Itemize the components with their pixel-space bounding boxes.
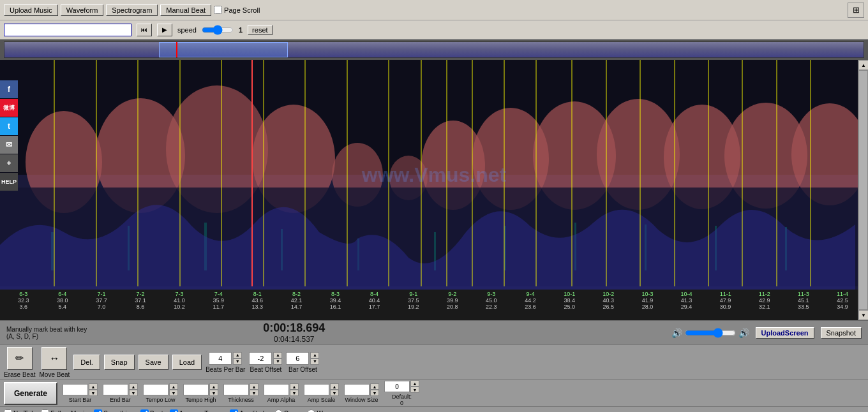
- speed-slider[interactable]: [202, 25, 234, 35]
- amp-scale-up[interactable]: ▲: [330, 383, 339, 390]
- scroll-down-button[interactable]: ▼: [858, 310, 868, 320]
- window-size-down[interactable]: ▼: [370, 390, 379, 396]
- tempo-low-down[interactable]: ▼: [169, 390, 178, 396]
- amp-scale-input[interactable]: [304, 384, 329, 395]
- tempo-high-up[interactable]: ▲: [209, 383, 218, 390]
- overview-viewport[interactable]: [159, 42, 288, 57]
- time-display: 0:00:18.694 0:04:14.537: [263, 321, 325, 344]
- beat-checkbox[interactable]: [140, 409, 149, 412]
- bar-offset-up[interactable]: ▲: [310, 352, 319, 358]
- erase-beat-button[interactable]: ✏: [7, 347, 33, 370]
- average-tempo-checkbox[interactable]: [170, 409, 178, 412]
- page-scroll-checkbox[interactable]: [214, 6, 222, 14]
- move-beat-button[interactable]: ↔: [41, 347, 67, 370]
- beat-offset-spinner: ▲ ▼: [249, 352, 282, 365]
- speed-value: 1: [239, 26, 243, 34]
- tempo-low-label: Tempo Low: [146, 397, 176, 403]
- twitter-button[interactable]: t: [0, 117, 18, 135]
- follow-music-checkbox[interactable]: [41, 409, 49, 412]
- waveform-button[interactable]: Waveform: [61, 4, 104, 16]
- start-bar-up[interactable]: ▲: [89, 383, 98, 390]
- filename-input[interactable]: erquan-yang-20140319: [4, 24, 131, 36]
- beats-per-bar-down[interactable]: ▼: [233, 358, 242, 365]
- no-tick-group: No Tick: [4, 409, 34, 412]
- amp-scale-spinner: ▲ ▼: [304, 383, 339, 396]
- facebook-button[interactable]: f: [0, 80, 18, 98]
- tempo-high-input[interactable]: [183, 384, 209, 395]
- weibo-button[interactable]: 微博: [0, 99, 18, 117]
- amp-scale-buttons: ▲ ▼: [330, 383, 339, 396]
- smoothing-checkbox[interactable]: [94, 409, 102, 412]
- thickness-down[interactable]: ▼: [250, 390, 258, 396]
- end-bar-down[interactable]: ▼: [129, 390, 138, 396]
- window-size-buttons: ▲ ▼: [370, 383, 379, 396]
- volume-slider[interactable]: [685, 328, 736, 338]
- bar-offset-spinner-buttons: ▲ ▼: [310, 352, 319, 365]
- snapshot-button[interactable]: Snapshot: [821, 327, 862, 339]
- bar-offset-input[interactable]: [286, 352, 309, 365]
- amp-scale-down[interactable]: ▼: [330, 390, 339, 396]
- end-bar-input[interactable]: [103, 384, 128, 395]
- default-input[interactable]: [384, 381, 410, 392]
- beat-offset-up[interactable]: ▲: [273, 352, 282, 358]
- window-size-group: ▲ ▼ Window Size: [344, 383, 379, 403]
- tempo-low-input[interactable]: [143, 384, 168, 395]
- snap-button[interactable]: Snap: [104, 355, 135, 370]
- settings-button[interactable]: ⊞: [848, 3, 864, 18]
- volume-control: 🔊 🔊: [671, 328, 749, 338]
- upload-music-button[interactable]: Upload Music: [4, 4, 58, 16]
- amp-alpha-up[interactable]: ▲: [290, 383, 299, 390]
- save-button[interactable]: Save: [138, 355, 168, 370]
- beats-per-bar-up[interactable]: ▲: [233, 352, 242, 358]
- manual-beat-button[interactable]: Manual Beat: [160, 4, 211, 16]
- load-button[interactable]: Load: [172, 355, 202, 370]
- tempo-high-label: Tempo High: [186, 397, 216, 403]
- del-button[interactable]: Del.: [73, 355, 100, 370]
- email-button[interactable]: ✉: [0, 136, 18, 154]
- beat-offset-input[interactable]: [249, 352, 272, 365]
- rewind-button[interactable]: ⏮: [137, 24, 152, 36]
- amp-alpha-input[interactable]: [264, 384, 289, 395]
- generate-button[interactable]: Generate: [4, 382, 57, 405]
- end-bar-up[interactable]: ▲: [129, 383, 138, 390]
- start-bar-input[interactable]: [63, 384, 88, 395]
- amplitude-checkbox[interactable]: [230, 409, 238, 412]
- end-bar-spinner: ▲ ▼: [103, 383, 138, 396]
- no-tick-checkbox[interactable]: [4, 409, 12, 412]
- spectrogram-button[interactable]: Spectrogram: [106, 4, 158, 16]
- end-bar-label: End Bar: [110, 397, 131, 403]
- worm-group: Worm: [307, 409, 333, 412]
- waveform-svg: [0, 60, 868, 290]
- tempo-high-down[interactable]: ▼: [209, 390, 218, 396]
- window-size-up[interactable]: ▲: [370, 383, 379, 390]
- reset-button[interactable]: reset: [248, 25, 272, 35]
- sub-controls-row: Generate ▲ ▼ Start Bar ▲ ▼ End Bar ▲: [0, 379, 868, 406]
- help-button[interactable]: HELP: [0, 173, 18, 191]
- worm-radio[interactable]: [307, 409, 315, 412]
- window-size-input[interactable]: [344, 384, 370, 395]
- main-waveform-area[interactable]: www.Vmus.net: [0, 60, 868, 290]
- page-scroll-label: Page Scroll: [224, 6, 260, 14]
- beat-offset-down[interactable]: ▼: [273, 358, 282, 365]
- curve-radio[interactable]: [274, 409, 283, 412]
- scroll-thumb[interactable]: [858, 70, 868, 310]
- right-scrollbar: ▲ ▼: [858, 60, 868, 320]
- default-up[interactable]: ▲: [410, 380, 419, 386]
- tempo-high-buttons: ▲ ▼: [209, 383, 218, 396]
- beats-per-bar-input[interactable]: [209, 352, 232, 365]
- default-group: ▲ ▼ Default: 0: [384, 380, 419, 406]
- start-bar-down[interactable]: ▼: [89, 390, 98, 396]
- beat-label: 6-438.05.4: [57, 291, 68, 310]
- upload-screen-button[interactable]: UploadScreen: [756, 327, 814, 339]
- bar-offset-down[interactable]: ▼: [310, 358, 319, 365]
- play-button[interactable]: ▶: [157, 24, 172, 36]
- tempo-low-up[interactable]: ▲: [169, 383, 178, 390]
- scroll-up-button[interactable]: ▲: [858, 60, 868, 70]
- add-button[interactable]: +: [0, 154, 18, 172]
- default-down[interactable]: ▼: [410, 386, 419, 393]
- amp-alpha-down[interactable]: ▼: [290, 390, 299, 396]
- instruction-line2: (A, S, D, F): [6, 333, 87, 340]
- overview-track[interactable]: [4, 41, 864, 58]
- thickness-up[interactable]: ▲: [250, 383, 258, 390]
- thickness-input[interactable]: [223, 384, 249, 395]
